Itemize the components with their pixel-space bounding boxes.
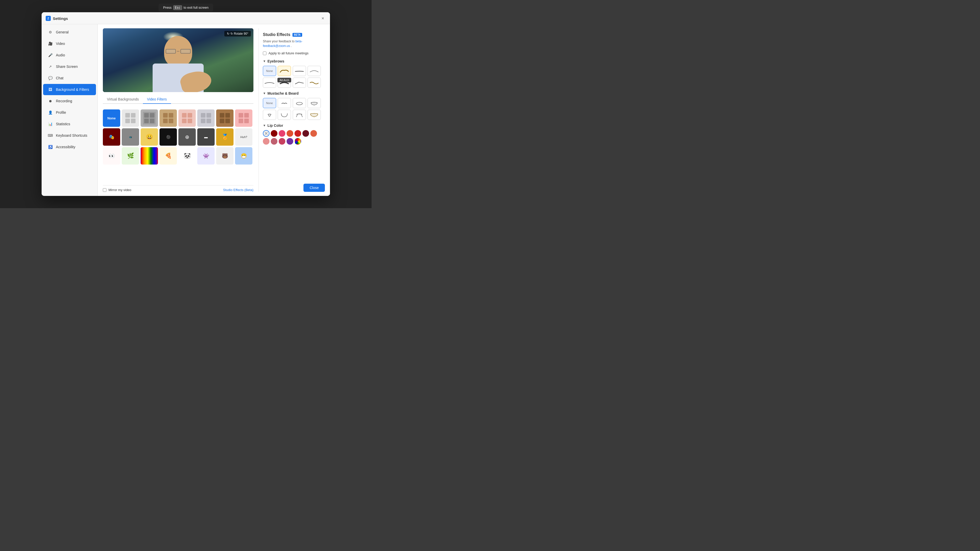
lip-color-label: Lip Color [267, 124, 283, 127]
filter-4[interactable] [178, 110, 196, 127]
filter-sparkle[interactable]: 😀 [141, 128, 158, 146]
studio-effects-link[interactable]: Studio Effects (Beta) [223, 188, 253, 192]
mustache-beard2[interactable] [307, 110, 321, 120]
background-filters-icon: 🖼 [47, 86, 53, 93]
lip-color-red[interactable] [294, 130, 301, 137]
share-screen-icon: ↗ [47, 64, 53, 70]
sidebar-item-background-filters[interactable]: 🖼 Background & Filters [43, 84, 96, 95]
filter-6[interactable] [216, 110, 234, 127]
sidebar-item-keyboard-shortcuts[interactable]: ⌨ Keyboard Shortcuts [43, 130, 96, 141]
sidebar-item-general[interactable]: ⚙ General [43, 27, 96, 38]
filter-medal[interactable]: 🏅 [216, 128, 234, 146]
svg-rect-2 [131, 113, 135, 118]
window-close-button[interactable]: × [320, 15, 326, 21]
lip-color-rainbow[interactable] [294, 138, 301, 144]
general-icon: ⚙ [47, 29, 53, 35]
eyebrow-arch[interactable]: Alt Arch [278, 66, 291, 76]
sidebar-label-keyboard-shortcuts: Keyboard Shortcuts [56, 133, 87, 138]
sidebar-item-statistics[interactable]: 📊 Statistics [43, 118, 96, 130]
filter-7[interactable] [235, 110, 252, 127]
svg-point-35 [296, 102, 302, 105]
filter-alien[interactable]: 👾 [197, 147, 215, 165]
studio-title: Studio Effects [263, 32, 290, 37]
sidebar-item-profile[interactable]: 👤 Profile [43, 107, 96, 118]
sidebar-item-video[interactable]: 🎥 Video [43, 38, 96, 49]
filter-mask[interactable]: 😷 [235, 147, 252, 165]
apply-all-checkbox[interactable] [263, 52, 266, 55]
eyebrow-thick[interactable] [278, 78, 291, 88]
filter-pizza-icon: 🍕 [165, 152, 172, 159]
filter-5[interactable] [197, 110, 215, 127]
lip-color-purple[interactable] [286, 138, 293, 144]
eyebrows-option-grid: None Alt Arch [263, 66, 321, 88]
mustache-fu-manchu[interactable] [293, 110, 306, 120]
sidebar-item-share-screen[interactable]: ↗ Share Screen [43, 61, 96, 72]
sidebar-label-statistics: Statistics [56, 122, 70, 126]
eyebrow-curved[interactable] [307, 78, 321, 88]
filter-dots[interactable]: ⚫ [159, 128, 177, 146]
filter-tv-icon: 📺 [129, 136, 132, 138]
filter-target[interactable]: ⊕ [178, 128, 196, 146]
eyebrow-thin-arch[interactable] [307, 66, 321, 76]
eyebrows-section-header[interactable]: ▼ Eyebrows [263, 59, 321, 63]
filter-1[interactable] [122, 110, 139, 127]
mustache-goatee[interactable] [263, 110, 276, 120]
filter-3[interactable] [159, 110, 177, 127]
svg-rect-13 [163, 119, 168, 123]
video-icon: 🎥 [47, 41, 53, 47]
filter-huh[interactable]: Huh? [235, 128, 252, 146]
mustache-2[interactable] [293, 98, 306, 108]
filter-plant[interactable]: 🌿 [122, 147, 139, 165]
filter-2[interactable] [141, 110, 158, 127]
filter-none[interactable]: None [103, 110, 120, 127]
filter-bear[interactable]: 🐻 [216, 147, 234, 165]
mirror-checkbox-label[interactable]: Mirror my video [103, 188, 131, 192]
filter-red-dark[interactable]: 🎭 [103, 128, 120, 146]
studio-header: Studio Effects BETA [263, 32, 321, 37]
lip-color-mauve[interactable] [271, 138, 277, 144]
tab-video-filters[interactable]: Video Filters [143, 95, 171, 104]
lip-color-rose2[interactable] [279, 138, 285, 144]
close-button[interactable]: Close [304, 184, 325, 192]
rotate-button[interactable]: ↻ ↻ Rotate 90° [224, 31, 251, 37]
lip-color-dark-maroon[interactable] [302, 130, 309, 137]
sidebar-item-accessibility[interactable]: ♿ Accessibility [43, 141, 96, 152]
esc-notification: Press Esc to exit full screen [159, 3, 213, 11]
eyebrow-none[interactable]: None [263, 66, 276, 76]
lip-color-none[interactable] [263, 130, 269, 137]
filter-bear-icon: 🐻 [222, 153, 228, 159]
lip-color-section-header[interactable]: ▼ Lip Color [263, 124, 321, 127]
sidebar-item-chat[interactable]: 💬 Chat [43, 73, 96, 84]
filter-huh-icon: Huh? [240, 135, 247, 138]
sidebar-item-recording[interactable]: ⏺ Recording [43, 95, 96, 106]
video-preview: ↻ ↻ Rotate 90° [103, 28, 253, 92]
sidebar-item-audio[interactable]: 🎤 Audio [43, 49, 96, 61]
content-area: ⚙ General 🎥 Video 🎤 Audio ↗ Share Screen… [41, 24, 330, 196]
filter-rainbow[interactable] [141, 147, 158, 165]
filter-strip[interactable]: ▬ [197, 128, 215, 146]
mustache-none[interactable]: None [263, 98, 276, 108]
mirror-checkbox-input[interactable] [103, 188, 107, 192]
eyebrow-wide[interactable] [263, 78, 276, 88]
statistics-icon: 📊 [47, 121, 53, 127]
accessibility-icon: ♿ [47, 144, 53, 150]
lip-color-orange-red[interactable] [286, 130, 293, 137]
filter-pizza[interactable]: 🍕 [159, 147, 177, 165]
tab-virtual-backgrounds[interactable]: Virtual Backgrounds [103, 95, 143, 104]
mustache-section-header[interactable]: ▼ Mustache & Beard [263, 91, 321, 95]
lip-color-rose[interactable] [279, 130, 285, 137]
svg-rect-27 [225, 113, 230, 118]
filter-panda[interactable]: 🐼 [178, 147, 196, 165]
lip-color-dark-red[interactable] [271, 130, 277, 137]
filter-eyes[interactable]: 👀 [103, 147, 120, 165]
mustache-thin[interactable] [278, 98, 291, 108]
lip-color-salmon[interactable] [263, 138, 269, 144]
lip-color-coral[interactable] [310, 130, 317, 137]
mustache-chinstrap[interactable] [278, 110, 291, 120]
eyebrow-straight[interactable] [293, 66, 306, 76]
eyebrow-angled[interactable] [293, 78, 306, 88]
chat-icon: 💬 [47, 75, 53, 81]
mustache-full-beard[interactable] [307, 98, 321, 108]
svg-rect-21 [201, 113, 205, 118]
filter-tv[interactable]: 📺 [122, 128, 139, 146]
